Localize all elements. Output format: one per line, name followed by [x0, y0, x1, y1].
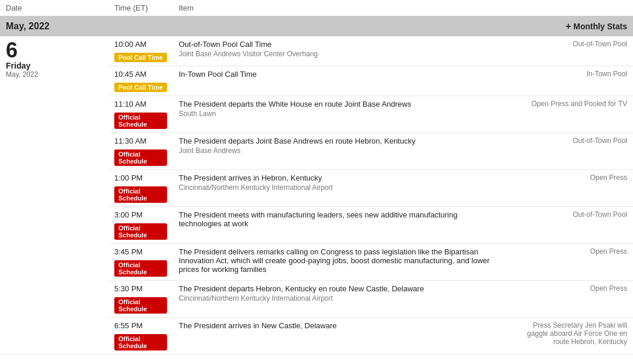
event-time: 6:55 PM	[114, 321, 167, 330]
event-time: 3:00 PM	[114, 210, 167, 219]
note-cell: Open Press	[504, 281, 633, 318]
schedule-table: Date Time (ET) Item May, 2022 + Monthly …	[0, 0, 633, 355]
monthly-stats-button[interactable]: + Monthly Stats	[566, 21, 627, 32]
event-time: 11:30 AM	[114, 137, 167, 145]
item-cell: Out-of-Town Pool Call Time Joint Base An…	[173, 36, 504, 66]
item-cell: The President meets with manufacturing l…	[173, 207, 504, 244]
month-row: May, 2022 + Monthly Stats	[0, 16, 633, 37]
event-subtitle: Joint Base Andrews Visitor Center Overha…	[179, 50, 498, 58]
time-cell: 3:45 PM Official Schedule	[108, 244, 173, 281]
item-cell: The President departs Hebron, Kentucky e…	[173, 281, 504, 318]
event-note: Open Press and Pooled for TV	[510, 100, 627, 108]
event-title: The President arrives in New Castle, Del…	[179, 321, 498, 330]
col-time-header: Time (ET)	[108, 0, 173, 16]
event-title: The President departs the White House en…	[179, 100, 498, 108]
event-title: The President departs Joint Base Andrews…	[179, 137, 498, 145]
event-badge: Official Schedule	[114, 297, 167, 314]
event-badge: Pool Call Time	[114, 53, 167, 62]
event-note: Open Press	[510, 284, 627, 292]
event-time: 10:45 AM	[114, 70, 167, 79]
event-title: Out-of-Town Pool Call Time	[179, 40, 498, 49]
event-time: 1:00 PM	[114, 174, 167, 182]
plus-icon: +	[566, 21, 571, 32]
event-subtitle: South Lawn	[179, 110, 498, 118]
event-note: Open Press	[510, 247, 627, 256]
event-subtitle: Joint Base Andrews	[179, 147, 498, 155]
item-cell: In-Town Pool Call Time	[173, 66, 504, 96]
monthly-stats-cell: + Monthly Stats	[173, 16, 633, 37]
event-title: The President meets with manufacturing l…	[179, 210, 498, 228]
time-cell: 5:30 PM Official Schedule	[108, 281, 173, 318]
event-title: The President delivers remarks calling o…	[179, 247, 498, 274]
date-cell: 6 Friday May, 2022	[0, 36, 108, 355]
item-cell: The President arrives in Hebron, Kentuck…	[173, 170, 504, 207]
event-subtitle: Cincinnati/Northern Kentucky Internation…	[179, 183, 498, 192]
event-note: Out-of-Town Pool	[510, 210, 627, 219]
item-cell: The President departs the White House en…	[173, 96, 504, 133]
event-badge: Official Schedule	[114, 113, 167, 129]
date-month: May, 2022	[6, 70, 103, 79]
note-cell: Out-of-Town Pool	[504, 207, 633, 244]
time-cell: 1:00 PM Official Schedule	[108, 170, 173, 207]
note-cell: Out-of-Town Pool	[504, 133, 633, 170]
table-row: 6 Friday May, 2022 10:00 AM Pool Call Ti…	[0, 36, 633, 66]
event-title: In-Town Pool Call Time	[179, 70, 498, 79]
event-badge: Official Schedule	[114, 334, 167, 351]
event-title: The President departs Hebron, Kentucky e…	[179, 284, 498, 293]
event-note: Press Secretary Jen Psaki will gaggle ab…	[510, 321, 627, 346]
event-badge: Official Schedule	[114, 260, 167, 277]
event-time: 10:00 AM	[114, 40, 167, 49]
col-item-header: Item	[173, 0, 504, 16]
event-note: In-Town Pool	[510, 70, 627, 78]
event-note: Out-of-Town Pool	[510, 137, 627, 145]
event-note: Open Press	[510, 174, 627, 182]
col-note-header	[504, 0, 633, 16]
note-cell: Open Press and Pooled for TV	[504, 96, 633, 133]
note-cell: In-Town Pool	[504, 66, 633, 96]
event-subtitle: Cincinnati/Northern Kentucky Internation…	[179, 294, 498, 302]
event-time: 11:10 AM	[114, 100, 167, 108]
time-cell: 10:00 AM Pool Call Time	[108, 36, 173, 66]
month-label: May, 2022	[0, 16, 173, 37]
item-cell: The President arrives in New Castle, Del…	[173, 318, 504, 355]
item-cell: The President delivers remarks calling o…	[173, 244, 504, 281]
time-cell: 11:10 AM Official Schedule	[108, 96, 173, 133]
note-cell: Open Press	[504, 170, 633, 207]
event-title: The President arrives in Hebron, Kentuck…	[179, 174, 498, 182]
date-day: Friday	[6, 61, 103, 70]
monthly-stats-label: Monthly Stats	[573, 22, 627, 31]
event-badge: Official Schedule	[114, 223, 167, 240]
time-cell: 6:55 PM Official Schedule	[108, 318, 173, 355]
event-badge: Official Schedule	[114, 186, 167, 203]
event-badge: Pool Call Time	[114, 83, 167, 92]
item-cell: The President departs Joint Base Andrews…	[173, 133, 504, 170]
event-badge: Official Schedule	[114, 149, 167, 166]
time-cell: 11:30 AM Official Schedule	[108, 133, 173, 170]
event-note: Out-of-Town Pool	[510, 40, 627, 48]
event-time: 5:30 PM	[114, 284, 167, 293]
time-cell: 3:00 PM Official Schedule	[108, 207, 173, 244]
note-cell: Out-of-Town Pool	[504, 36, 633, 66]
note-cell: Press Secretary Jen Psaki will gaggle ab…	[504, 318, 633, 355]
table-header: Date Time (ET) Item	[0, 0, 633, 16]
event-time: 3:45 PM	[114, 247, 167, 256]
time-cell: 10:45 AM Pool Call Time	[108, 66, 173, 96]
date-number: 6	[6, 40, 103, 61]
col-date-header: Date	[0, 0, 108, 16]
note-cell: Open Press	[504, 244, 633, 281]
